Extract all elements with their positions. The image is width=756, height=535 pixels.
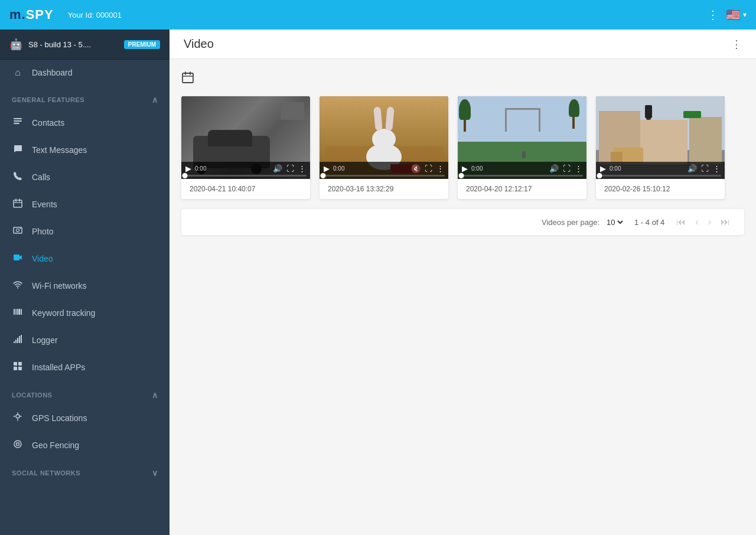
svg-rect-26	[183, 73, 193, 83]
video-timestamp: 2020-04-20 12:12:17	[458, 179, 586, 199]
sidebar-item-video[interactable]: Video	[0, 245, 170, 272]
chevron-down-icon[interactable]: ∨	[152, 468, 158, 478]
volume-button[interactable]: 🔊	[272, 164, 283, 173]
progress-bar[interactable]	[185, 175, 307, 177]
sidebar-item-installed-apps[interactable]: Installed APPs	[0, 354, 170, 381]
svg-rect-16	[17, 338, 18, 343]
svg-point-8	[17, 288, 18, 289]
svg-point-5	[17, 229, 19, 232]
sidebar-item-text-messages[interactable]: Text Messages	[0, 136, 170, 164]
prev-page-button[interactable]: ‹	[693, 216, 700, 228]
sidebar-item-calls[interactable]: Calls	[0, 164, 170, 191]
device-row[interactable]: 🤖 S8 - build 13 - 5.... PREMIUM	[0, 30, 170, 60]
progress-bar[interactable]	[323, 175, 445, 177]
contacts-icon	[12, 117, 24, 129]
chevron-up-icon[interactable]: ∧	[152, 390, 158, 400]
premium-badge: PREMIUM	[124, 40, 160, 49]
sidebar-item-logger[interactable]: Logger	[0, 327, 170, 354]
progress-handle[interactable]	[459, 173, 464, 178]
wifi-icon	[12, 280, 24, 292]
svg-rect-14	[14, 341, 15, 343]
more-options-icon[interactable]: ⋮	[707, 8, 719, 22]
fullscreen-button[interactable]: ⛶	[424, 164, 433, 173]
chevron-up-icon[interactable]: ∧	[152, 95, 158, 105]
more-button[interactable]: ⋮	[712, 164, 721, 173]
chevron-down-icon: ▾	[743, 11, 747, 19]
sidebar-item-gps[interactable]: GPS Locations	[0, 404, 170, 432]
progress-bar[interactable]	[599, 175, 721, 177]
video-player[interactable]: ▶ 0:00 🔊 ⛶ ⋮	[181, 96, 310, 179]
video-timestamp: 2020-03-16 13:32:29	[320, 179, 448, 199]
progress-handle[interactable]	[321, 173, 326, 178]
more-options-icon[interactable]: ⋮	[731, 38, 742, 50]
volume-button[interactable]: 🔊	[549, 164, 559, 173]
per-page-select[interactable]: 10 20 50	[604, 217, 625, 227]
svg-rect-21	[14, 367, 17, 370]
video-timestamp: 2020-02-26 15:10:12	[596, 179, 725, 199]
home-icon: ⌂	[12, 67, 24, 78]
sidebar-item-events[interactable]: Events	[0, 191, 170, 218]
calendar-filter-button[interactable]	[181, 71, 744, 87]
svg-rect-2	[14, 123, 19, 124]
play-button[interactable]: ▶	[461, 164, 468, 173]
fullscreen-button[interactable]: ⛶	[562, 164, 571, 173]
play-button[interactable]: ▶	[599, 164, 607, 173]
svg-rect-15	[15, 340, 17, 343]
video-player[interactable]: ▶ 0:00 🔊 ⛶ ⋮	[458, 96, 586, 179]
user-id: Your Id: 000001	[68, 11, 122, 19]
svg-point-23	[16, 415, 19, 418]
fullscreen-button[interactable]: ⛶	[286, 164, 295, 173]
sidebar: 🤖 S8 - build 13 - 5.... PREMIUM ⌂ Dashbo…	[0, 30, 170, 535]
language-selector[interactable]: 🇺🇸 ▾	[726, 8, 747, 22]
next-page-button[interactable]: ›	[706, 216, 713, 228]
sidebar-item-contacts[interactable]: Contacts	[0, 109, 170, 136]
svg-rect-17	[19, 336, 20, 343]
keyword-icon	[12, 307, 24, 319]
sidebar-item-dashboard[interactable]: ⌂ Dashboard	[0, 60, 170, 86]
sidebar-item-geofencing[interactable]: Geo Fencing	[0, 432, 170, 459]
per-page-label: Videos per page:	[542, 218, 599, 227]
sidebar-item-wifi[interactable]: Wi-Fi networks	[0, 272, 170, 299]
play-button[interactable]: ▶	[323, 164, 330, 173]
volume-muted-button[interactable]: 🔇	[410, 164, 421, 173]
play-button[interactable]: ▶	[185, 164, 192, 173]
volume-button[interactable]: 🔊	[687, 164, 698, 173]
gps-icon	[12, 412, 24, 424]
svg-rect-19	[14, 362, 17, 366]
sidebar-item-label: Contacts	[32, 118, 64, 128]
video-controls: ▶ 0:00 🔊 ⛶ ⋮	[458, 162, 586, 179]
video-player[interactable]: ▶ 0:00 🔇 ⛶ ⋮	[320, 96, 448, 179]
content-header: Video ⋮	[170, 30, 756, 59]
sidebar-item-label: Wi-Fi networks	[32, 281, 87, 291]
video-card: ▶ 0:00 🔇 ⛶ ⋮	[320, 96, 448, 199]
progress-handle[interactable]	[183, 173, 188, 178]
main-layout: 🤖 S8 - build 13 - 5.... PREMIUM ⌂ Dashbo…	[0, 30, 756, 535]
sidebar-item-label: Dashboard	[32, 68, 73, 77]
sidebar-item-photo[interactable]: Photo	[0, 218, 170, 245]
content-area: Video ⋮	[170, 30, 756, 535]
more-button[interactable]: ⋮	[298, 164, 307, 173]
svg-rect-12	[18, 309, 20, 315]
more-button[interactable]: ⋮	[436, 164, 445, 173]
last-page-button[interactable]: ⏭	[718, 216, 732, 228]
social-networks-header: SOCIAL NETWORKS ∨	[0, 461, 170, 482]
sidebar-item-label: Calls	[32, 172, 50, 182]
progress-handle[interactable]	[597, 173, 602, 178]
sidebar-item-label: GPS Locations	[32, 413, 87, 423]
sidebar-item-label: Text Messages	[32, 145, 87, 155]
first-page-button[interactable]: ⏮	[674, 216, 688, 228]
pagination-bar: Videos per page: 10 20 50 1 - 4 of 4 ⏮ ‹…	[181, 208, 744, 235]
more-button[interactable]: ⋮	[574, 164, 583, 173]
video-player[interactable]: ▶ 0:00 🔊 ⛶ ⋮	[596, 96, 725, 179]
video-icon	[12, 253, 24, 265]
fullscreen-button[interactable]: ⛶	[700, 164, 709, 173]
events-icon	[12, 198, 24, 210]
sidebar-item-keyword[interactable]: Keyword tracking	[0, 299, 170, 327]
svg-rect-13	[21, 309, 22, 315]
time-display: 0:00	[195, 165, 206, 172]
svg-rect-11	[17, 309, 18, 315]
video-controls: ▶ 0:00 🔇 ⛶ ⋮	[320, 162, 448, 179]
photo-icon	[12, 226, 24, 237]
sidebar-item-label: Photo	[32, 227, 54, 236]
progress-bar[interactable]	[461, 175, 583, 177]
